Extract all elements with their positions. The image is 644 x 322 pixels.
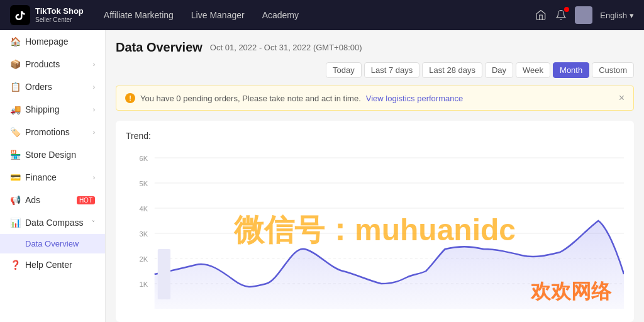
sidebar-item-homepage[interactable]: 🏠 Homepage [0,30,105,53]
main-layout: 🏠 Homepage 📦 Products › 📋 Orders › 🚚 Shi… [0,30,644,322]
sidebar-label-orders: Orders [25,82,88,92]
svg-text:6K: 6K [140,155,148,162]
sidebar-subitem-data-overview[interactable]: Data Overview [0,234,105,253]
btn-last7days[interactable]: Last 7 days [364,62,420,78]
sidebar-label-shipping: Shipping [25,104,88,114]
nav-affiliate-marketing[interactable]: Affiliate Marketing [104,10,174,20]
nav-academy[interactable]: Academy [262,10,299,20]
btn-today[interactable]: Today [326,62,362,78]
store-design-icon: 🏪 [10,150,20,160]
alert-banner: ! You have 0 pending orders, Please take… [116,86,634,111]
overview-header: Data Overview Oct 01, 2022 - Oct 31, 202… [116,40,634,78]
header-right: English ▾ [535,6,634,24]
main-content: Data Overview Oct 01, 2022 - Oct 31, 202… [106,30,644,322]
sidebar-item-data-compass[interactable]: 📊 Data Compass ˅ [0,211,105,234]
chevron-icon: › [93,106,95,113]
sidebar-item-orders[interactable]: 📋 Orders › [0,75,105,98]
notification-icon[interactable] [555,9,567,21]
promotions-icon: 🏷️ [10,127,20,137]
help-icon: ❓ [10,260,20,270]
notification-badge [564,7,569,12]
data-compass-submenu: Data Overview [0,234,105,253]
svg-text:3K: 3K [140,230,148,238]
btn-last28days[interactable]: Last 28 days [422,62,482,78]
btn-custom[interactable]: Custom [592,62,634,78]
time-filter-buttons: Today Last 7 days Last 28 days Day Week … [326,62,634,78]
chart-title: Trend: [126,131,624,141]
products-icon: 📦 [10,59,20,69]
sidebar-item-ads[interactable]: 📢 Ads HOT [0,189,105,211]
btn-week[interactable]: Week [516,62,550,78]
trend-chart: 6K 5K 4K 3K 2K 1K [126,148,624,312]
ads-icon: 📢 [10,195,20,205]
sidebar-label-store-design: Store Design [25,150,95,160]
finance-icon: 💳 [10,172,20,182]
chevron-icon: › [93,174,95,181]
language-selector[interactable]: English ▾ [600,11,634,20]
sidebar-label-data-compass: Data Compass [25,218,87,228]
main-nav: Affiliate Marketing Live Manager Academy [104,10,515,20]
chevron-down-icon: ˅ [92,219,95,226]
chevron-icon: › [93,129,95,136]
sidebar-item-products[interactable]: 📦 Products › [0,53,105,75]
sidebar-label-ads: Ads [25,195,69,205]
shipping-icon: 🚚 [10,104,20,114]
header: TikTok Shop Seller Center Affiliate Mark… [0,0,644,30]
svg-text:2K: 2K [140,255,148,263]
date-range: Oct 01, 2022 - Oct 31, 2022 (GMT+08:00) [210,43,362,52]
sidebar-item-help-center[interactable]: ❓ Help Center [0,253,105,276]
chevron-down-icon: ▾ [630,11,634,20]
sidebar-label-finance: Finance [25,172,88,182]
svg-text:1K: 1K [140,280,148,288]
nav-live-manager[interactable]: Live Manager [191,10,245,20]
sidebar-item-promotions[interactable]: 🏷️ Promotions › [0,121,105,143]
alert-link[interactable]: View logistics performance [366,94,463,103]
chevron-icon: › [93,84,95,91]
alert-message: You have 0 pending orders, Please take n… [140,94,361,103]
sidebar: 🏠 Homepage 📦 Products › 📋 Orders › 🚚 Shi… [0,30,106,322]
tiktok-logo-icon [10,5,30,25]
svg-text:4K: 4K [140,205,148,213]
sidebar-label-homepage: Homepage [25,36,95,47]
chart-container: Trend: 微信号：muhuanidc 欢欢网络 6K 5K 4K 3K 2K… [116,121,634,322]
logo-area: TikTok Shop Seller Center [10,5,84,25]
sidebar-label-help-center: Help Center [25,260,95,270]
chevron-icon: › [93,61,95,68]
alert-close-button[interactable]: × [619,92,625,104]
hot-badge: HOT [77,196,95,204]
sidebar-item-finance[interactable]: 💳 Finance › [0,166,105,189]
sidebar-item-store-design[interactable]: 🏪 Store Design [0,143,105,166]
btn-day[interactable]: Day [485,62,513,78]
sidebar-item-shipping[interactable]: 🚚 Shipping › [0,98,105,121]
svg-text:5K: 5K [140,180,148,187]
btn-month[interactable]: Month [553,62,589,78]
logo-text: TikTok Shop Seller Center [35,6,84,24]
orders-icon: 📋 [10,82,20,92]
avatar[interactable] [575,6,592,24]
data-compass-icon: 📊 [10,218,20,228]
chart-wrapper: 微信号：muhuanidc 欢欢网络 6K 5K 4K 3K 2K 1K [126,148,624,312]
page-title: Data Overview [116,40,203,55]
home-icon: 🏠 [10,36,20,47]
alert-icon: ! [125,93,135,103]
svg-rect-12 [158,249,170,299]
sidebar-label-products: Products [25,59,88,69]
sidebar-label-promotions: Promotions [25,127,88,137]
shop-icon[interactable] [535,9,547,21]
